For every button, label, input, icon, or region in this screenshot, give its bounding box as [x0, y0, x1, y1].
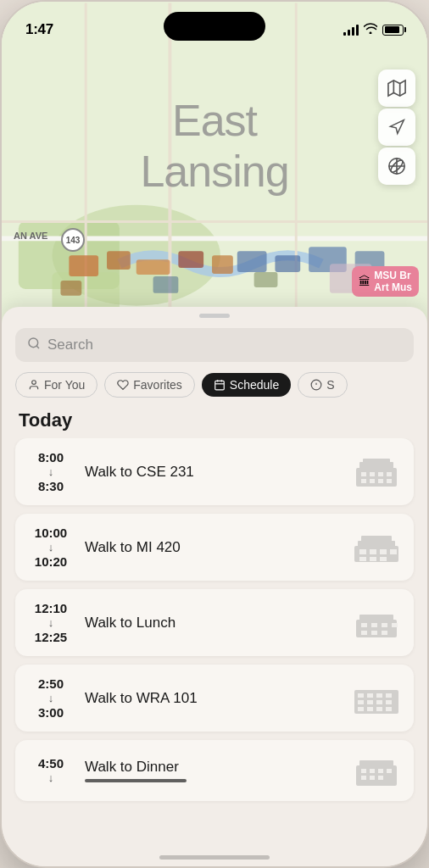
schedule-item-3[interactable]: 12:10 ↓ 12:25 Walk to Lunch — [15, 589, 414, 656]
time-column-3: 12:10 ↓ 12:25 — [29, 601, 73, 644]
tab-schedule-label: Schedule — [230, 378, 279, 392]
svg-rect-87 — [370, 769, 375, 773]
tab-for-you[interactable]: For You — [15, 372, 98, 398]
search-input[interactable]: Search — [47, 337, 93, 353]
msu-badge: 🏛 MSU BrArt Mus — [352, 266, 419, 297]
tab-more-label: S — [326, 378, 334, 392]
svg-rect-74 — [376, 693, 382, 698]
svg-rect-56 — [370, 549, 376, 554]
time-start-2: 10:00 — [35, 526, 67, 540]
time-arrow-1: ↓ — [48, 466, 54, 477]
home-bar-overlap — [85, 779, 187, 782]
svg-rect-14 — [237, 251, 267, 272]
svg-rect-88 — [378, 769, 383, 773]
time-end-2: 10:20 — [35, 554, 67, 569]
svg-rect-76 — [358, 700, 364, 704]
3d-view-button[interactable] — [378, 147, 415, 185]
svg-rect-72 — [358, 693, 364, 698]
svg-rect-63 — [359, 615, 393, 621]
building-icon-4 — [353, 680, 400, 717]
svg-point-31 — [29, 338, 38, 348]
walk-label-1: Walk to CSE 231 — [85, 464, 341, 481]
time-end-1: 8:30 — [38, 479, 64, 493]
building-icon-2 — [353, 529, 400, 566]
svg-rect-69 — [371, 631, 377, 635]
svg-rect-43 — [363, 459, 390, 464]
tab-more[interactable]: S — [298, 372, 347, 398]
schedule-section-header: Today — [2, 406, 427, 438]
svg-rect-18 — [60, 281, 81, 296]
tab-favorites-label: Favorites — [133, 378, 182, 392]
svg-rect-78 — [376, 700, 382, 704]
svg-rect-57 — [380, 549, 387, 554]
svg-rect-47 — [387, 472, 392, 476]
svg-rect-58 — [390, 549, 397, 554]
svg-rect-66 — [382, 623, 387, 627]
svg-line-32 — [36, 346, 39, 348]
wifi-icon — [364, 23, 377, 36]
svg-rect-75 — [386, 693, 392, 698]
svg-rect-83 — [386, 707, 392, 711]
svg-rect-49 — [370, 479, 375, 483]
walk-label-5: Walk to Dinner — [85, 759, 341, 782]
svg-rect-10 — [107, 251, 131, 270]
time-column-4: 2:50 ↓ 3:00 — [29, 676, 73, 720]
svg-rect-13 — [212, 255, 233, 274]
time-column-1: 8:00 ↓ 8:30 — [29, 450, 73, 493]
time-start-1: 8:00 — [38, 450, 64, 465]
svg-rect-61 — [380, 557, 387, 561]
svg-rect-48 — [361, 479, 366, 483]
svg-rect-70 — [382, 631, 387, 635]
schedule-item-1[interactable]: 8:00 ↓ 8:30 Walk to CSE 231 — [15, 438, 414, 505]
svg-rect-67 — [392, 623, 398, 627]
msu-badge-text: MSU BrArt Mus — [374, 270, 412, 293]
schedule-item-5[interactable]: 4:50 ↓ Walk to Dinner — [15, 740, 414, 801]
tab-for-you-label: For You — [44, 378, 85, 392]
svg-rect-51 — [387, 479, 392, 483]
svg-rect-20 — [254, 272, 278, 287]
schedule-list: 8:00 ↓ 8:30 Walk to CSE 231 — [2, 438, 427, 866]
svg-rect-44 — [361, 472, 366, 476]
svg-rect-80 — [358, 707, 364, 711]
svg-rect-91 — [370, 776, 375, 780]
bottom-sheet: Search For You Favorites — [2, 307, 427, 866]
svg-rect-85 — [359, 760, 393, 767]
tab-schedule[interactable]: Schedule — [202, 373, 291, 397]
signal-icon — [343, 24, 359, 36]
svg-marker-26 — [391, 120, 404, 134]
building-icon-1 — [353, 453, 400, 491]
home-indicator — [159, 855, 270, 860]
search-bar-container: Search — [2, 318, 427, 369]
building-icon-5 — [353, 752, 400, 789]
time-start-4: 2:50 — [38, 676, 64, 691]
walk-label-3: Walk to Lunch — [85, 615, 341, 632]
svg-rect-41 — [356, 468, 397, 487]
svg-rect-90 — [361, 776, 366, 780]
time-end-3: 12:25 — [35, 630, 67, 644]
road-badge: 143 — [61, 228, 85, 252]
svg-rect-45 — [370, 472, 375, 476]
tab-favorites[interactable]: Favorites — [104, 372, 195, 398]
svg-rect-64 — [361, 623, 367, 627]
status-icons — [343, 23, 404, 36]
svg-rect-89 — [387, 769, 392, 773]
svg-rect-73 — [367, 693, 373, 698]
schedule-item-4[interactable]: 2:50 ↓ 3:00 Walk to WRA 101 — [15, 665, 414, 732]
svg-rect-34 — [215, 381, 225, 390]
time-arrow-2: ↓ — [48, 542, 54, 553]
svg-point-33 — [32, 381, 36, 385]
search-icon — [27, 337, 41, 353]
time-start-5: 4:50 — [38, 756, 64, 771]
search-bar[interactable]: Search — [15, 328, 414, 362]
svg-rect-81 — [367, 707, 373, 711]
walk-label-2: Walk to MI 420 — [85, 539, 341, 556]
location-button[interactable] — [378, 108, 415, 146]
road-label: AN AVE — [14, 231, 47, 241]
svg-rect-68 — [361, 631, 367, 635]
schedule-item-2[interactable]: 10:00 ↓ 10:20 Walk to MI 420 — [15, 514, 414, 581]
map-city-label: East Lansing — [140, 95, 288, 197]
svg-rect-79 — [386, 700, 392, 704]
building-icon-3 — [353, 604, 400, 642]
svg-rect-50 — [378, 479, 383, 483]
map-view-button[interactable] — [378, 70, 415, 107]
